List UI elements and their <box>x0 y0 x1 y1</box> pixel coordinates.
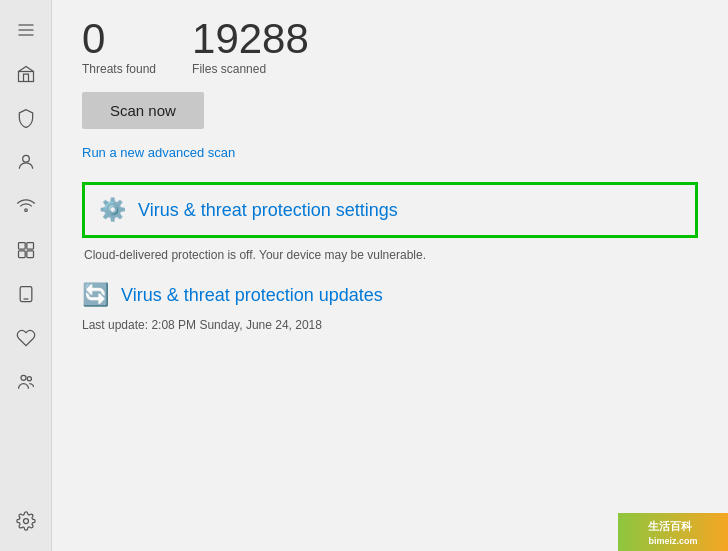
sidebar-menu[interactable] <box>6 10 46 50</box>
svg-rect-7 <box>26 243 33 250</box>
threats-label: Threats found <box>82 62 156 76</box>
threat-updates-title: Virus & threat protection updates <box>121 285 383 306</box>
svg-point-14 <box>23 519 28 524</box>
sidebar-app[interactable] <box>6 230 46 270</box>
sidebar-shield[interactable] <box>6 98 46 138</box>
watermark-text: 生活百科 bimeiz.com <box>648 519 697 546</box>
settings-gear-icon: ⚙️ <box>99 197 126 223</box>
sidebar-device[interactable] <box>6 274 46 314</box>
sidebar-user[interactable] <box>6 142 46 182</box>
threats-found-stat: 0 Threats found <box>82 18 156 76</box>
sidebar-home[interactable] <box>6 54 46 94</box>
threat-updates-section[interactable]: 🔄 Virus & threat protection updates <box>82 282 698 308</box>
svg-rect-8 <box>18 251 25 258</box>
svg-point-5 <box>24 209 27 212</box>
stats-row: 0 Threats found 19288 Files scanned <box>82 18 698 76</box>
svg-rect-3 <box>18 72 33 82</box>
sidebar <box>0 0 52 551</box>
threats-count: 0 <box>82 18 156 60</box>
files-scanned-stat: 19288 Files scanned <box>192 18 309 76</box>
watermark: 生活百科 bimeiz.com <box>618 513 728 551</box>
svg-rect-6 <box>18 243 25 250</box>
files-count: 19288 <box>192 18 309 60</box>
sidebar-health[interactable] <box>6 318 46 358</box>
svg-point-12 <box>21 375 26 380</box>
threat-settings-title: Virus & threat protection settings <box>138 200 398 221</box>
last-update-text: Last update: 2:08 PM Sunday, June 24, 20… <box>82 318 698 332</box>
svg-rect-9 <box>26 251 33 258</box>
sidebar-settings[interactable] <box>6 501 46 541</box>
update-icon: 🔄 <box>82 282 109 308</box>
files-label: Files scanned <box>192 62 309 76</box>
svg-point-13 <box>27 377 31 381</box>
sidebar-wifi[interactable] <box>6 186 46 226</box>
sidebar-family[interactable] <box>6 362 46 402</box>
advanced-scan-link[interactable]: Run a new advanced scan <box>82 145 698 160</box>
main-content: 0 Threats found 19288 Files scanned Scan… <box>52 0 728 551</box>
svg-point-4 <box>22 155 29 162</box>
scan-now-button[interactable]: Scan now <box>82 92 204 129</box>
threat-settings-section[interactable]: ⚙️ Virus & threat protection settings <box>82 182 698 238</box>
cloud-protection-warning: Cloud-delivered protection is off. Your … <box>82 248 698 262</box>
